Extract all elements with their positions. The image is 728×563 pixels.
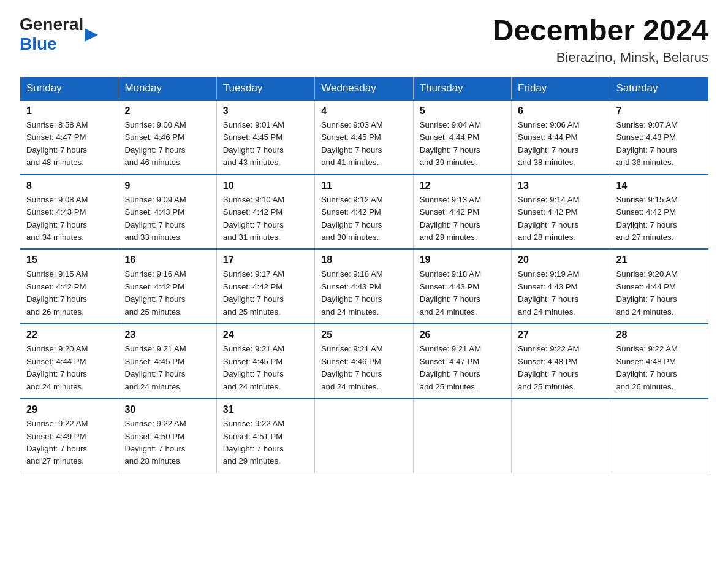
col-header-friday: Friday — [512, 77, 610, 100]
day-info: Sunrise: 9:21 AMSunset: 4:45 PMDaylight:… — [124, 343, 210, 393]
calendar-cell: 19Sunrise: 9:18 AMSunset: 4:43 PMDayligh… — [413, 249, 511, 324]
day-number: 6 — [518, 105, 603, 117]
day-number: 3 — [223, 105, 308, 117]
day-number: 23 — [124, 329, 210, 340]
calendar-cell: 2Sunrise: 9:00 AMSunset: 4:46 PMDaylight… — [118, 100, 216, 175]
day-number: 18 — [321, 255, 406, 266]
day-info: Sunrise: 9:20 AMSunset: 4:44 PMDaylight:… — [26, 343, 112, 393]
calendar-cell: 3Sunrise: 9:01 AMSunset: 4:45 PMDaylight… — [216, 100, 314, 175]
day-number: 22 — [26, 329, 112, 340]
calendar-cell — [512, 399, 610, 473]
day-number: 17 — [223, 255, 308, 266]
day-number: 13 — [518, 180, 603, 191]
day-number: 15 — [26, 255, 112, 266]
calendar-cell: 21Sunrise: 9:20 AMSunset: 4:44 PMDayligh… — [610, 249, 708, 324]
day-info: Sunrise: 9:07 AMSunset: 4:43 PMDaylight:… — [616, 119, 702, 169]
day-number: 21 — [616, 255, 702, 266]
calendar-cell: 8Sunrise: 9:08 AMSunset: 4:43 PMDaylight… — [20, 175, 118, 250]
col-header-wednesday: Wednesday — [315, 77, 413, 100]
calendar-cell: 11Sunrise: 9:12 AMSunset: 4:42 PMDayligh… — [315, 175, 413, 250]
day-info: Sunrise: 9:22 AMSunset: 4:51 PMDaylight:… — [223, 418, 308, 468]
col-header-monday: Monday — [118, 77, 216, 100]
calendar-cell: 25Sunrise: 9:21 AMSunset: 4:46 PMDayligh… — [315, 324, 413, 399]
title-block: December 2024 Bierazino, Minsk, Belarus — [493, 15, 708, 66]
day-number: 29 — [26, 404, 112, 415]
day-info: Sunrise: 9:19 AMSunset: 4:43 PMDaylight:… — [518, 268, 603, 318]
calendar-cell: 6Sunrise: 9:06 AMSunset: 4:44 PMDaylight… — [512, 100, 610, 175]
day-info: Sunrise: 9:10 AMSunset: 4:42 PMDaylight:… — [223, 194, 308, 244]
day-info: Sunrise: 9:01 AMSunset: 4:45 PMDaylight:… — [223, 119, 308, 169]
calendar-cell: 24Sunrise: 9:21 AMSunset: 4:45 PMDayligh… — [216, 324, 314, 399]
day-info: Sunrise: 9:18 AMSunset: 4:43 PMDaylight:… — [420, 268, 505, 318]
col-header-saturday: Saturday — [610, 77, 708, 100]
day-info: Sunrise: 9:13 AMSunset: 4:42 PMDaylight:… — [420, 194, 505, 244]
calendar-cell: 22Sunrise: 9:20 AMSunset: 4:44 PMDayligh… — [20, 324, 118, 399]
day-info: Sunrise: 9:04 AMSunset: 4:44 PMDaylight:… — [420, 119, 505, 169]
calendar-cell: 9Sunrise: 9:09 AMSunset: 4:43 PMDaylight… — [118, 175, 216, 250]
day-number: 14 — [616, 180, 702, 191]
calendar-week-row: 29Sunrise: 9:22 AMSunset: 4:49 PMDayligh… — [20, 399, 708, 473]
calendar-cell: 13Sunrise: 9:14 AMSunset: 4:42 PMDayligh… — [512, 175, 610, 250]
calendar-cell: 27Sunrise: 9:22 AMSunset: 4:48 PMDayligh… — [512, 324, 610, 399]
day-info: Sunrise: 9:22 AMSunset: 4:48 PMDaylight:… — [518, 343, 603, 393]
calendar-week-row: 1Sunrise: 8:58 AMSunset: 4:47 PMDaylight… — [20, 100, 708, 175]
day-number: 28 — [616, 329, 702, 340]
day-number: 12 — [420, 180, 505, 191]
day-number: 19 — [420, 255, 505, 266]
day-info: Sunrise: 9:20 AMSunset: 4:44 PMDaylight:… — [616, 268, 702, 318]
calendar-week-row: 8Sunrise: 9:08 AMSunset: 4:43 PMDaylight… — [20, 175, 708, 250]
calendar-cell — [610, 399, 708, 473]
day-number: 8 — [26, 180, 112, 191]
calendar-week-row: 22Sunrise: 9:20 AMSunset: 4:44 PMDayligh… — [20, 324, 708, 399]
day-info: Sunrise: 9:00 AMSunset: 4:46 PMDaylight:… — [124, 119, 210, 169]
logo-triangle-icon — [85, 28, 98, 42]
day-info: Sunrise: 9:09 AMSunset: 4:43 PMDaylight:… — [124, 194, 210, 244]
day-info: Sunrise: 9:22 AMSunset: 4:48 PMDaylight:… — [616, 343, 702, 393]
day-number: 11 — [321, 180, 406, 191]
day-info: Sunrise: 9:15 AMSunset: 4:42 PMDaylight:… — [26, 268, 112, 318]
location-title: Bierazino, Minsk, Belarus — [493, 50, 708, 66]
calendar-cell — [413, 399, 511, 473]
logo-blue: Blue — [20, 34, 83, 54]
day-info: Sunrise: 9:06 AMSunset: 4:44 PMDaylight:… — [518, 119, 603, 169]
calendar-cell: 7Sunrise: 9:07 AMSunset: 4:43 PMDaylight… — [610, 100, 708, 175]
day-info: Sunrise: 9:21 AMSunset: 4:45 PMDaylight:… — [223, 343, 308, 393]
calendar-week-row: 15Sunrise: 9:15 AMSunset: 4:42 PMDayligh… — [20, 249, 708, 324]
day-number: 27 — [518, 329, 603, 340]
calendar-cell: 15Sunrise: 9:15 AMSunset: 4:42 PMDayligh… — [20, 249, 118, 324]
day-info: Sunrise: 9:12 AMSunset: 4:42 PMDaylight:… — [321, 194, 406, 244]
day-info: Sunrise: 9:03 AMSunset: 4:45 PMDaylight:… — [321, 119, 406, 169]
calendar-cell: 18Sunrise: 9:18 AMSunset: 4:43 PMDayligh… — [315, 249, 413, 324]
day-number: 30 — [124, 404, 210, 415]
svg-marker-0 — [85, 28, 98, 42]
calendar-cell: 1Sunrise: 8:58 AMSunset: 4:47 PMDaylight… — [20, 100, 118, 175]
calendar-cell: 30Sunrise: 9:22 AMSunset: 4:50 PMDayligh… — [118, 399, 216, 473]
calendar-cell: 4Sunrise: 9:03 AMSunset: 4:45 PMDaylight… — [315, 100, 413, 175]
day-info: Sunrise: 9:08 AMSunset: 4:43 PMDaylight:… — [26, 194, 112, 244]
day-number: 25 — [321, 329, 406, 340]
calendar-cell: 29Sunrise: 9:22 AMSunset: 4:49 PMDayligh… — [20, 399, 118, 473]
day-number: 26 — [420, 329, 505, 340]
day-info: Sunrise: 9:21 AMSunset: 4:46 PMDaylight:… — [321, 343, 406, 393]
calendar-table: SundayMondayTuesdayWednesdayThursdayFrid… — [20, 77, 708, 473]
day-info: Sunrise: 9:22 AMSunset: 4:49 PMDaylight:… — [26, 418, 112, 468]
day-info: Sunrise: 9:21 AMSunset: 4:47 PMDaylight:… — [420, 343, 505, 393]
calendar-cell: 26Sunrise: 9:21 AMSunset: 4:47 PMDayligh… — [413, 324, 511, 399]
day-number: 9 — [124, 180, 210, 191]
day-number: 16 — [124, 255, 210, 266]
day-number: 31 — [223, 404, 308, 415]
calendar-cell: 20Sunrise: 9:19 AMSunset: 4:43 PMDayligh… — [512, 249, 610, 324]
day-number: 4 — [321, 105, 406, 117]
calendar-cell: 23Sunrise: 9:21 AMSunset: 4:45 PMDayligh… — [118, 324, 216, 399]
day-info: Sunrise: 9:16 AMSunset: 4:42 PMDaylight:… — [124, 268, 210, 318]
col-header-thursday: Thursday — [413, 77, 511, 100]
calendar-cell: 10Sunrise: 9:10 AMSunset: 4:42 PMDayligh… — [216, 175, 314, 250]
page-header: General Blue December 2024 Bierazino, Mi… — [20, 15, 708, 66]
col-header-sunday: Sunday — [20, 77, 118, 100]
day-number: 24 — [223, 329, 308, 340]
logo: General Blue — [20, 15, 98, 54]
calendar-cell: 31Sunrise: 9:22 AMSunset: 4:51 PMDayligh… — [216, 399, 314, 473]
day-info: Sunrise: 9:22 AMSunset: 4:50 PMDaylight:… — [124, 418, 210, 468]
logo-general: General — [20, 15, 83, 34]
col-header-tuesday: Tuesday — [216, 77, 314, 100]
